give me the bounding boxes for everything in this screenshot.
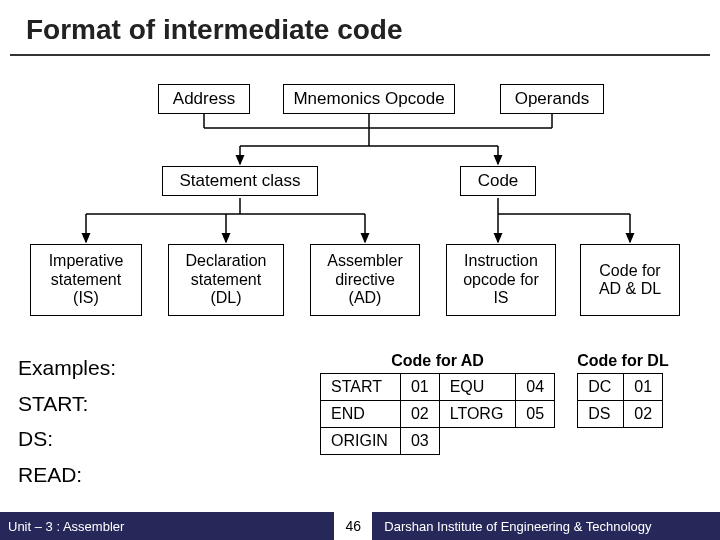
- node-instruction-opcode: Instruction opcode for IS: [446, 244, 556, 316]
- example-item: START:: [18, 386, 116, 422]
- diagram-area: Address Mnemonics Opcode Operands Statem…: [0, 56, 720, 356]
- node-address: Address: [158, 84, 250, 114]
- node-code: Code: [460, 166, 536, 196]
- slide-title: Format of intermediate code: [10, 0, 710, 56]
- cell: 02: [400, 401, 439, 428]
- cell-empty: [516, 428, 555, 455]
- table-row: ORIGIN 03: [321, 428, 555, 455]
- cell: 04: [516, 374, 555, 401]
- node-declaration-statement: Declaration statement (DL): [168, 244, 284, 316]
- table-row: END 02 LTORG 05: [321, 401, 555, 428]
- cell: EQU: [439, 374, 516, 401]
- table-dl-title: Code for DL: [577, 352, 669, 370]
- node-assembler-directive: Assembler directive (AD): [310, 244, 420, 316]
- cell: ORIGIN: [321, 428, 401, 455]
- cell: 05: [516, 401, 555, 428]
- node-code-ad-dl: Code for AD & DL: [580, 244, 680, 316]
- tables-area: Code for AD START 01 EQU 04 END 02 LTORG…: [320, 352, 669, 455]
- cell: END: [321, 401, 401, 428]
- cell: 02: [624, 401, 663, 428]
- footer-unit: Unit – 3 : Assembler: [0, 519, 124, 534]
- node-operands: Operands: [500, 84, 604, 114]
- table-code-ad: Code for AD START 01 EQU 04 END 02 LTORG…: [320, 352, 555, 455]
- cell-empty: [439, 428, 516, 455]
- cell: 01: [400, 374, 439, 401]
- cell: START: [321, 374, 401, 401]
- table-ad-title: Code for AD: [320, 352, 555, 370]
- cell: LTORG: [439, 401, 516, 428]
- examples-block: Examples: START: DS: READ:: [18, 350, 116, 493]
- example-item: DS:: [18, 421, 116, 457]
- cell: DS: [578, 401, 624, 428]
- node-mnemonics-opcode: Mnemonics Opcode: [283, 84, 455, 114]
- cell: 03: [400, 428, 439, 455]
- node-imperative-statement: Imperative statement (IS): [30, 244, 142, 316]
- footer-bar: Unit – 3 : Assembler 46 Darshan Institut…: [0, 512, 720, 540]
- table-row: START 01 EQU 04: [321, 374, 555, 401]
- table-dl: DC 01 DS 02: [577, 373, 663, 428]
- table-row: DC 01: [578, 374, 663, 401]
- example-item: READ:: [18, 457, 116, 493]
- footer-page-number: 46: [334, 512, 372, 540]
- table-code-dl: Code for DL DC 01 DS 02: [577, 352, 669, 428]
- table-row: DS 02: [578, 401, 663, 428]
- footer-institute: Darshan Institute of Engineering & Techn…: [384, 519, 720, 534]
- cell: DC: [578, 374, 624, 401]
- examples-heading: Examples:: [18, 350, 116, 386]
- cell: 01: [624, 374, 663, 401]
- table-ad: START 01 EQU 04 END 02 LTORG 05 ORIGIN 0…: [320, 373, 555, 455]
- node-statement-class: Statement class: [162, 166, 318, 196]
